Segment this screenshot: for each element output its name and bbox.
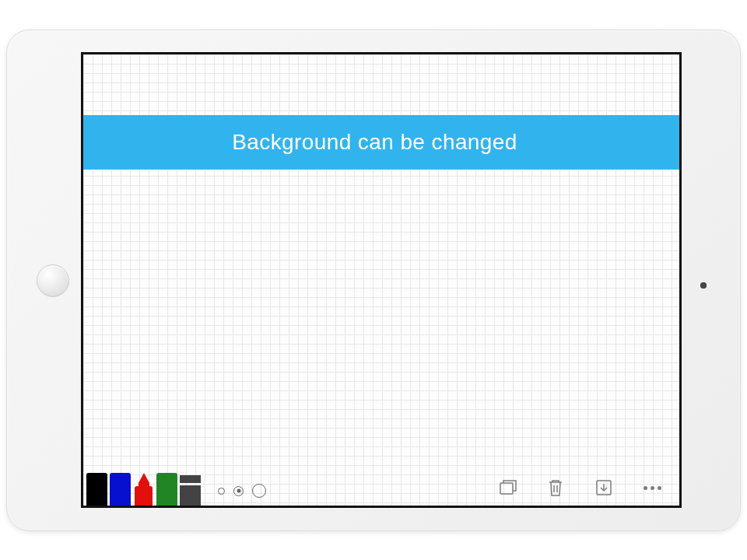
marker-blue-tool[interactable] xyxy=(110,473,131,506)
pen-tools xyxy=(83,473,201,506)
more-icon xyxy=(644,486,661,490)
bottom-toolbar xyxy=(83,467,679,506)
app-screen: Background can be changed xyxy=(81,52,682,508)
pages-icon xyxy=(497,478,517,498)
trash-icon xyxy=(545,478,566,498)
eraser-tool[interactable] xyxy=(180,475,201,506)
stroke-size-medium[interactable] xyxy=(233,486,244,496)
banner-text: Background can be changed xyxy=(232,130,517,155)
camera-dot xyxy=(700,282,707,289)
marker-red-tool[interactable] xyxy=(133,473,154,506)
export-button[interactable] xyxy=(594,478,614,498)
svg-rect-0 xyxy=(500,483,513,494)
tablet-frame: Background can be changed xyxy=(6,30,741,531)
stroke-size-large[interactable] xyxy=(252,484,266,498)
stroke-size-small[interactable] xyxy=(218,488,225,495)
pages-button[interactable] xyxy=(497,478,517,498)
home-button[interactable] xyxy=(37,264,69,297)
marker-black-tool[interactable] xyxy=(86,473,107,506)
marker-green-tool[interactable] xyxy=(156,473,177,506)
trash-button[interactable] xyxy=(545,478,566,498)
action-group xyxy=(497,478,662,498)
download-icon xyxy=(594,478,614,498)
stroke-size-group xyxy=(218,484,266,498)
info-banner: Background can be changed xyxy=(81,115,682,170)
more-button[interactable] xyxy=(642,478,662,498)
